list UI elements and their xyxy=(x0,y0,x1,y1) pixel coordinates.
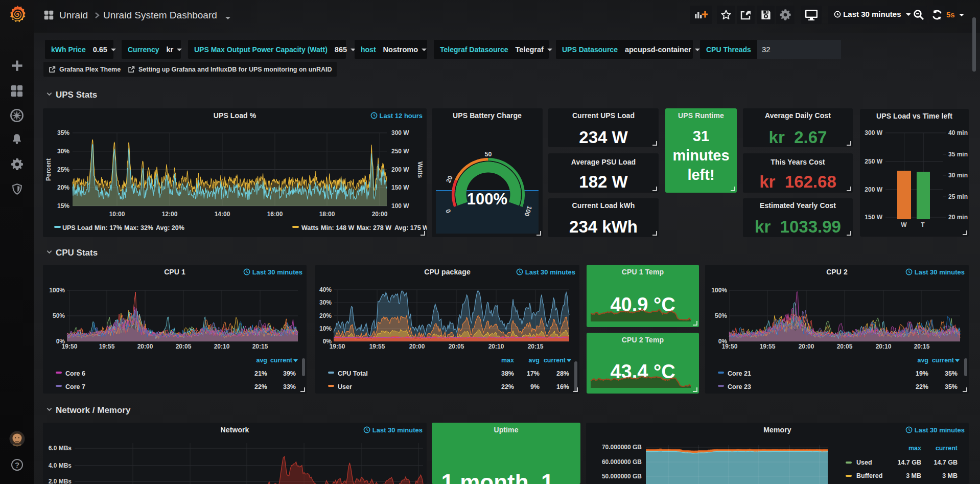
svg-text:50.000000 GB: 50.000000 GB xyxy=(602,473,642,480)
svg-text:39%: 39% xyxy=(283,370,296,377)
svg-text:20%: 20% xyxy=(57,184,69,191)
svg-text:12:00: 12:00 xyxy=(162,211,178,218)
svg-text:avg: avg xyxy=(528,357,540,364)
svg-text:300 W: 300 W xyxy=(391,129,409,136)
svg-text:33%: 33% xyxy=(283,383,296,390)
svg-text:22%: 22% xyxy=(501,383,514,390)
svg-text:20%: 20% xyxy=(319,312,332,319)
svg-text:19%: 19% xyxy=(916,370,928,377)
svg-text:Max: 278 W: Max: 278 W xyxy=(357,224,391,232)
svg-text:20:00: 20:00 xyxy=(372,211,388,218)
svg-text:17%: 17% xyxy=(527,370,540,377)
svg-text:10%: 10% xyxy=(319,325,332,332)
svg-text:current: current xyxy=(932,357,954,364)
svg-text:19:55: 19:55 xyxy=(369,343,385,350)
svg-text:20:00: 20:00 xyxy=(799,343,814,350)
svg-text:avg: avg xyxy=(917,357,928,364)
svg-text:Max: 32%: Max: 32% xyxy=(124,224,153,232)
svg-text:Core 6: Core 6 xyxy=(65,370,85,377)
svg-text:3 MB: 3 MB xyxy=(906,472,921,479)
svg-text:UPS Load: UPS Load xyxy=(62,224,92,232)
svg-text:6.0 MBs: 6.0 MBs xyxy=(49,445,72,452)
svg-text:Avg: 20%: Avg: 20% xyxy=(156,224,184,232)
svg-text:22%: 22% xyxy=(916,383,928,390)
svg-text:21%: 21% xyxy=(254,370,267,377)
svg-text:16%: 16% xyxy=(556,383,569,390)
svg-text:19:55: 19:55 xyxy=(760,343,776,350)
svg-text:W: W xyxy=(901,221,907,228)
svg-text:14.7 GB: 14.7 GB xyxy=(897,459,921,466)
svg-text:20:00: 20:00 xyxy=(137,343,153,350)
svg-text:35%: 35% xyxy=(945,383,958,390)
svg-text:Buffered: Buffered xyxy=(856,472,882,479)
svg-text:19:50: 19:50 xyxy=(330,343,345,350)
svg-text:50%: 50% xyxy=(53,312,65,319)
svg-text:25 min: 25 min xyxy=(948,193,968,200)
svg-text:19:50: 19:50 xyxy=(722,343,738,350)
svg-text:19:55: 19:55 xyxy=(99,343,115,350)
svg-text:40%: 40% xyxy=(319,286,332,293)
svg-text:30 min: 30 min xyxy=(948,172,968,179)
svg-text:CPU Total: CPU Total xyxy=(338,370,368,377)
svg-text:28%: 28% xyxy=(556,370,569,377)
svg-text:20:15: 20:15 xyxy=(914,343,930,350)
svg-text:20: 20 xyxy=(445,175,454,184)
svg-text:20:10: 20:10 xyxy=(214,343,230,350)
svg-text:20:00: 20:00 xyxy=(409,343,425,350)
svg-text:Core 23: Core 23 xyxy=(728,383,751,390)
svg-text:38%: 38% xyxy=(501,370,514,377)
svg-text:14:00: 14:00 xyxy=(215,211,230,218)
svg-text:Min: 17%: Min: 17% xyxy=(95,224,122,232)
svg-text:9%: 9% xyxy=(530,383,540,390)
svg-text:250 W: 250 W xyxy=(391,148,409,155)
svg-text:T: T xyxy=(921,221,925,228)
svg-text:20:15: 20:15 xyxy=(528,343,544,350)
svg-text:Watts: Watts xyxy=(301,224,319,232)
svg-text:current: current xyxy=(936,445,958,452)
svg-text:18:00: 18:00 xyxy=(319,211,335,218)
svg-text:2.0 MBs: 2.0 MBs xyxy=(49,478,72,484)
svg-text:300 W: 300 W xyxy=(865,129,882,136)
svg-text:20:15: 20:15 xyxy=(252,343,268,350)
svg-text:20:10: 20:10 xyxy=(876,343,892,350)
svg-text:150 W: 150 W xyxy=(391,184,409,191)
svg-text:max: max xyxy=(501,357,514,364)
svg-text:10:00: 10:00 xyxy=(109,211,125,218)
svg-text:User: User xyxy=(338,383,352,390)
svg-text:Min: 148 W: Min: 148 W xyxy=(321,224,354,232)
svg-text:current: current xyxy=(270,357,293,364)
svg-text:3 MB: 3 MB xyxy=(942,472,958,479)
svg-text:15%: 15% xyxy=(57,202,69,210)
svg-text:150 W: 150 W xyxy=(865,214,882,221)
svg-text:35 min: 35 min xyxy=(948,151,968,158)
svg-text:30%: 30% xyxy=(57,148,69,155)
svg-text:Core 7: Core 7 xyxy=(65,383,85,390)
svg-text:70.000000 GB: 70.000000 GB xyxy=(602,444,642,451)
svg-text:100%: 100% xyxy=(49,287,65,294)
svg-text:250 W: 250 W xyxy=(865,158,882,165)
svg-text:100 W: 100 W xyxy=(391,202,409,210)
svg-text:60.000000 GB: 60.000000 GB xyxy=(602,458,642,466)
svg-text:40 min: 40 min xyxy=(948,129,968,136)
svg-text:35%: 35% xyxy=(945,370,958,377)
svg-text:20:05: 20:05 xyxy=(449,343,464,350)
svg-text:50: 50 xyxy=(485,151,492,158)
svg-text:4.0 MBs: 4.0 MBs xyxy=(49,462,72,469)
svg-text:200 W: 200 W xyxy=(391,166,409,173)
svg-text:22%: 22% xyxy=(254,383,267,390)
svg-text:20:05: 20:05 xyxy=(176,343,192,350)
svg-text:25%: 25% xyxy=(57,166,69,173)
svg-text:20 min: 20 min xyxy=(948,214,968,221)
svg-text:max: max xyxy=(908,445,921,452)
svg-text:16:00: 16:00 xyxy=(267,211,283,218)
svg-text:current: current xyxy=(544,357,566,364)
svg-text:Percent: Percent xyxy=(45,158,52,181)
svg-text:100%: 100% xyxy=(711,287,727,294)
svg-text:20:10: 20:10 xyxy=(488,343,504,350)
svg-text:200 W: 200 W xyxy=(865,186,882,193)
svg-text:Used: Used xyxy=(856,459,872,466)
svg-text:20:05: 20:05 xyxy=(837,343,853,350)
svg-text:Watts: Watts xyxy=(416,162,424,178)
svg-text:19:50: 19:50 xyxy=(62,343,78,350)
svg-text:50%: 50% xyxy=(715,312,727,319)
